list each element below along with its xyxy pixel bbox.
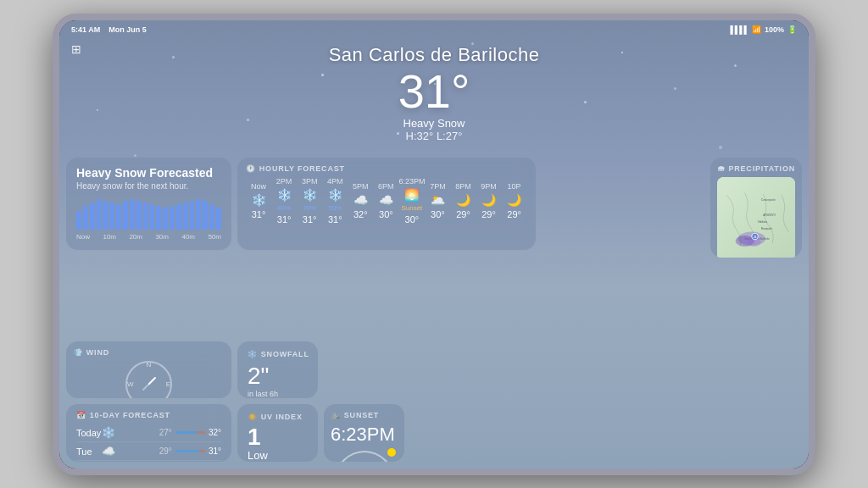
uv-level: Low [248,449,308,462]
clock-icon: 🕐 [246,164,256,173]
snow-icon-now: ❄️ [252,193,266,207]
bar-22 [216,208,221,230]
bar-17 [183,202,188,230]
sunset-icon: 🌅 [404,188,419,202]
sunset-label-icon: ⛰️ [331,411,341,419]
snow-icon-4pm: ❄️ [328,188,342,202]
moon-icon-9pm: 🌙 [481,193,496,207]
svg-text:Concepción: Concepción [760,197,775,201]
sunset-label: ⛰️ SUNSET [331,411,398,419]
bar-4 [97,199,102,230]
hourly-row: Now ❄️ 31° 2PM ❄️ 80% 31° 3PM ❄️ 70% [246,177,527,225]
weather-header: San Carlos de Bariloche 31° Heavy Snow H… [59,44,809,142]
bar-9 [130,199,135,230]
hour-item-now: Now ❄️ 31° [246,182,271,219]
map-display: Concepción ARGENTI Valdivia Neuquén San … [717,177,795,258]
hour-item-6pm: 6PM ☁️ 30° [373,182,398,219]
wind-icon: 💨 [73,348,83,357]
snowfall-amount: 2" [248,363,308,390]
snowfall-period: in last 6h [248,390,308,398]
ten-day-forecast-card: 📅 10-DAY FORECAST Today ❄️ 27° 32° Tue ☁… [66,404,231,462]
snow-icon-2pm: ❄️ [277,188,292,202]
today-icon: ❄️ [100,426,117,439]
ipad-screen: 5:41 AM Mon Jun 5 ▌▌▌▌ 📶 100% 🔋 ⊞ San Ca… [59,20,809,469]
cloud-icon-6pm: ☁️ [379,193,393,207]
forecast-row-tue: Tue ☁️ 29° 31° [76,442,221,461]
snow-icon-3pm: ❄️ [303,188,317,202]
map-icon: 🌧 [717,164,726,173]
forecast-row-wed: Wed ❄️ 25° 33° [76,461,221,462]
wind-compass: N S E W [125,361,172,399]
hour-item-9pm: 9PM 🌙 29° [476,182,502,219]
bottom-cards-row: 📅 10-DAY FORECAST Today ❄️ 27° 32° Tue ☁… [66,341,802,462]
sidebar-toggle-button[interactable]: ⊞ [71,42,81,56]
wind-label: 💨 WIND [73,348,225,357]
bar-14 [163,208,168,230]
svg-line-11 [143,384,149,390]
bar-21 [209,204,214,230]
hour-item-4pm: 4PM ❄️ 50% 31° [322,177,348,225]
bar-chart-labels: Now 10m 20m 30m 40m 50m [76,233,221,241]
precipitation-map-card: 🌧 PRECIPITATION Concepción ARGENTI [710,158,802,258]
hourly-label: 🕐 HOURLY FORECAST [246,164,527,173]
svg-text:Neuquén: Neuquén [760,226,771,230]
bar-12 [149,204,154,230]
bar-13 [156,206,161,230]
svg-text:31: 31 [754,235,757,238]
status-bar: 5:41 AM Mon Jun 5 ▌▌▌▌ 📶 100% 🔋 [59,20,809,39]
map-label: 🌧 PRECIPITATION [717,164,795,173]
uv-index-card: ☀️ UV INDEX 1 Low Low for the rest of th… [237,404,318,462]
map-background: Concepción ARGENTI Valdivia Neuquén San … [717,177,795,258]
signal-icon: ▌▌▌▌ [730,25,748,34]
status-right: ▌▌▌▌ 📶 100% 🔋 [730,25,797,34]
moon-icon-8pm: 🌙 [456,193,470,207]
wifi-icon: 📶 [752,25,761,34]
hour-item-3pm: 3PM ❄️ 70% 31° [297,177,322,225]
bar-19 [196,199,201,230]
weather-condition: Heavy Snow [403,117,465,130]
city-name: San Carlos de Bariloche [329,44,540,66]
bar-1 [76,211,81,230]
compass-needle-svg [136,371,162,396]
forecast-label: 📅 10-DAY FORECAST [76,411,221,419]
wind-card: 💨 WIND N S E W 5 km/h [66,341,231,399]
uv-value: 1 [248,425,308,449]
precipitation-bar-chart [76,196,221,230]
snowflake-icon: ❄️ [248,350,258,358]
sun-position-dot [387,448,396,457]
time-display: 5:41 AM [71,25,100,34]
main-temperature: 31° [398,68,470,115]
cloud-icon-5pm: ☁️ [353,193,368,207]
battery-display: 100% [765,25,784,34]
hour-item-7pm: 7PM 🌥️ 30° [425,182,450,219]
svg-text:Valdivia: Valdivia [757,219,766,223]
snowfall-card: ❄️ SNOWFALL 2" in last 6h [237,341,318,399]
date-display: Mon Jun 5 [108,25,147,34]
precipitation-alert-card: Heavy Snow Forecasted Heavy snow for the… [66,158,231,251]
tue-icon: ☁️ [100,445,117,458]
sunset-time: 6:23PM [331,424,398,446]
svg-text:ARGENTI: ARGENTI [763,213,776,216]
bar-20 [203,201,208,230]
hour-item-5pm: 5PM ☁️ 32° [348,182,373,219]
sunset-card: ⛰️ SUNSET 6:23PM Sunrise: 9:04AM [324,404,404,462]
hi-lo-temp: H:32° L:27° [406,130,463,142]
bar-7 [116,204,121,230]
forecast-row-today: Today ❄️ 27° 32° [76,424,221,442]
svg-line-10 [149,378,155,384]
uv-label: ☀️ UV INDEX [248,413,308,421]
bar-8 [123,201,128,230]
bar-5 [103,201,108,230]
calendar-icon: 📅 [76,411,86,419]
snowfall-label: ❄️ SNOWFALL [248,350,308,358]
cloudy-icon-7pm: 🌥️ [431,193,445,207]
bar-6 [109,202,114,230]
bar-15 [170,206,175,230]
bar-10 [136,201,142,230]
bar-11 [143,202,148,230]
sun-icon: ☀️ [248,413,258,421]
precip-alert-subtitle: Heavy snow for the next hour. [76,181,221,191]
sunset-arc [335,451,394,462]
bar-16 [176,204,181,230]
hour-item-10p: 10P 🌙 29° [502,182,527,219]
